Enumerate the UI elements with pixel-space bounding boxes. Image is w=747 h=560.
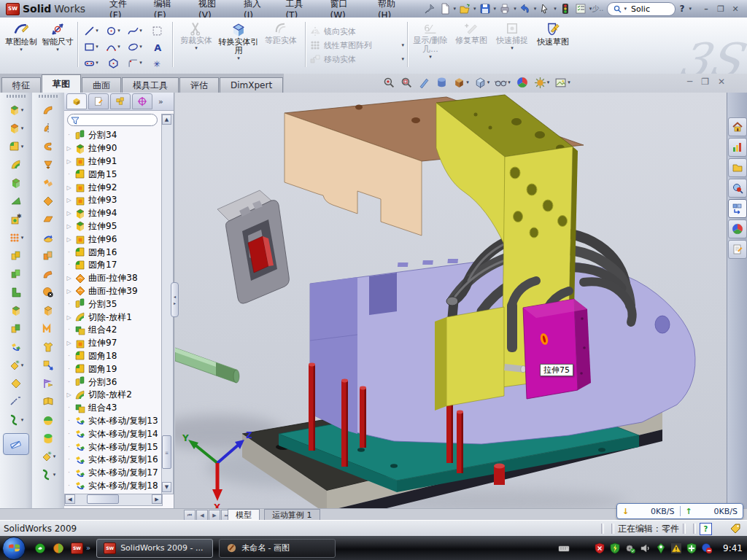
cm-convert-entities-icon[interactable]: 转换实体引用▾ — [217, 20, 260, 71]
feature-tool-lstrip2-18[interactable] — [42, 429, 54, 447]
save-button-dropdown[interactable]: ▾ — [494, 6, 497, 12]
feature-tool-lstrip1-5[interactable] — [10, 192, 22, 210]
expand-icon[interactable]: ▷ — [66, 145, 72, 152]
model-canvas[interactable]: Y Z X — [175, 93, 727, 508]
cm-button-1[interactable]: 智能尺寸▾ — [39, 20, 76, 71]
restore-button[interactable]: ❐ — [713, 4, 728, 15]
expand-icon[interactable]: ▷ — [66, 223, 72, 230]
sketch-tool-point[interactable]: ✳ — [146, 55, 168, 71]
tag-icon[interactable] — [729, 524, 741, 534]
tree-item[interactable]: ·实体-移动/复制16 — [64, 454, 162, 467]
taskbar-window-0[interactable]: SWSolidWorks 2009 - ... — [96, 539, 213, 558]
tree-item[interactable]: ·分割35 — [64, 298, 162, 311]
appearances-tab[interactable] — [728, 219, 747, 238]
doc-restore-button[interactable]: ❐ — [701, 77, 709, 87]
taskbar-window-1[interactable]: 未命名 - 画图 — [219, 539, 336, 558]
sketch-tool-circle[interactable]: ▾ — [102, 23, 124, 39]
search-box[interactable]: ▾ — [607, 2, 676, 16]
feature-manager-tab[interactable] — [66, 93, 87, 109]
sphere-quicklaunch[interactable] — [53, 542, 64, 554]
security-red-tray-icon[interactable] — [594, 542, 605, 554]
tab-评估[interactable]: 评估 — [179, 77, 219, 93]
network-speed-widget[interactable]: ↓0KB/S ↑0KB/S — [616, 503, 743, 519]
feature-tool-lstrip1-12[interactable] — [10, 319, 22, 338]
save-button[interactable] — [479, 2, 492, 15]
tab-模具工具[interactable]: 模具工具 — [122, 77, 179, 93]
cm-move-icon[interactable]: 移动实体▾ — [309, 53, 404, 66]
feature-tool-lstrip1-14[interactable]: ✳▾ — [9, 356, 24, 374]
volume-tray-icon[interactable] — [640, 542, 651, 554]
zoom-fit-icon[interactable] — [383, 77, 395, 89]
expand-icon[interactable]: ▷ — [66, 392, 72, 398]
tree-item[interactable]: ·实体-移动/复制14 — [64, 427, 162, 440]
sketch-tool-slot[interactable]: ▾ — [80, 55, 102, 71]
feature-tool-lstrip2-0[interactable] — [42, 101, 54, 119]
configuration-manager-tab[interactable] — [110, 93, 131, 109]
tree-item[interactable]: ·实体-移动/复制18 — [64, 480, 162, 493]
zoom-area-icon[interactable] — [400, 77, 413, 89]
undo-button-dropdown[interactable]: ▾ — [534, 6, 537, 12]
expand-icon[interactable]: ▷ — [66, 275, 72, 281]
expand-icon[interactable]: ▷ — [66, 236, 72, 243]
feature-tool-lstrip2-20[interactable]: ▾ — [41, 465, 56, 483]
feature-tool-lstrip1-11[interactable] — [10, 301, 22, 319]
update-gear-tray-icon[interactable] — [624, 542, 636, 554]
tab-DimXpert[interactable]: DimXpert — [220, 77, 283, 93]
tree-item[interactable]: ▷拉伸92 — [64, 181, 162, 194]
model-tab-nav[interactable]: ⏮◀▶⏭ — [184, 510, 233, 521]
feature-tool-lstrip1-9[interactable] — [10, 265, 22, 283]
feature-tool-lstrip2-9[interactable] — [42, 265, 54, 283]
tab-曲面[interactable]: 曲面 — [82, 77, 121, 93]
new-document-button[interactable] — [438, 2, 452, 15]
cm-display-delete-icon[interactable]: 6⁄显示/删除几...▾ — [410, 20, 451, 71]
cm-offset-icon[interactable]: 等距实体 — [260, 20, 302, 71]
tree-item[interactable]: ·圆角17 — [64, 259, 162, 272]
tree-item[interactable]: ·分割34 — [64, 129, 162, 142]
search-tab[interactable] — [728, 179, 747, 198]
feature-tool-lstrip2-10[interactable] — [42, 283, 54, 301]
quick-tips-button[interactable]: ? — [700, 523, 712, 535]
expand-icon[interactable]: ▷ — [66, 340, 72, 346]
tree-item[interactable]: ▷拉伸94 — [64, 207, 162, 220]
view-settings-icon[interactable]: ▾ — [554, 77, 570, 89]
feature-tool-lstrip1-10[interactable] — [10, 283, 22, 301]
tree-item[interactable]: ▷拉伸95 — [64, 220, 162, 233]
feature-tool-lstrip1-0[interactable]: ▾ — [9, 101, 24, 119]
feature-tool-lstrip2-7[interactable] — [42, 228, 54, 246]
design-library-tab[interactable] — [728, 138, 747, 157]
feature-tool-lstrip1-4[interactable] — [10, 174, 22, 192]
tree-tabs-overflow-icon[interactable]: » — [158, 97, 163, 106]
expand-icon[interactable]: ▷ — [66, 210, 72, 217]
sketch-tool-arc[interactable]: ▾ — [102, 39, 124, 55]
expand-icon[interactable]: ▷ — [66, 197, 72, 203]
pin-icon[interactable] — [423, 2, 436, 15]
solidworks-resources-tab[interactable] — [728, 117, 747, 136]
feature-tool-lstrip2-11[interactable] — [42, 301, 54, 319]
property-manager-tab[interactable] — [88, 93, 109, 109]
feature-tool-lstrip2-19[interactable]: ✳▾ — [41, 447, 56, 465]
section-view-icon[interactable] — [436, 77, 448, 89]
feature-tool-lstrip1-2[interactable]: ▾ — [9, 137, 24, 155]
tree-item[interactable]: ▷曲面-拉伸38 — [64, 272, 162, 285]
tree-item[interactable]: ·圆角18 — [64, 350, 162, 363]
sync-pin-tray-icon[interactable] — [655, 542, 667, 554]
feature-tool-lstrip2-12[interactable] — [42, 319, 54, 338]
minimize-button[interactable]: – — [699, 4, 713, 15]
tree-item[interactable]: ▷拉伸93 — [64, 194, 162, 207]
tree-item[interactable]: ·实体-移动/复制15 — [64, 440, 162, 454]
search-dropdown-icon[interactable]: ▾ — [624, 6, 627, 12]
sketch-tool-polygon[interactable] — [102, 55, 124, 71]
feature-tool-lstrip1-3[interactable] — [10, 155, 22, 174]
feature-tool-lstrip1-6[interactable]: ✱ — [10, 210, 22, 228]
custom-properties-tab[interactable] — [728, 240, 747, 259]
feature-tool-lstrip2-13[interactable] — [42, 338, 54, 356]
dimxpert-manager-tab[interactable] — [132, 93, 152, 109]
feature-tool-lstrip2-6[interactable] — [42, 210, 54, 228]
cm-quick-snap-icon[interactable]: 快速捕捉▾ — [492, 20, 533, 71]
sketch-tool-sketch-fillet[interactable]: ▾ — [124, 55, 146, 71]
feature-tool-lstrip2-3[interactable] — [42, 155, 54, 174]
tab-特征[interactable]: 特征 — [1, 77, 41, 93]
apply-scene-icon[interactable]: ▾ — [534, 77, 550, 89]
open-button[interactable] — [458, 2, 471, 15]
file-explorer-tab[interactable] — [728, 158, 747, 177]
